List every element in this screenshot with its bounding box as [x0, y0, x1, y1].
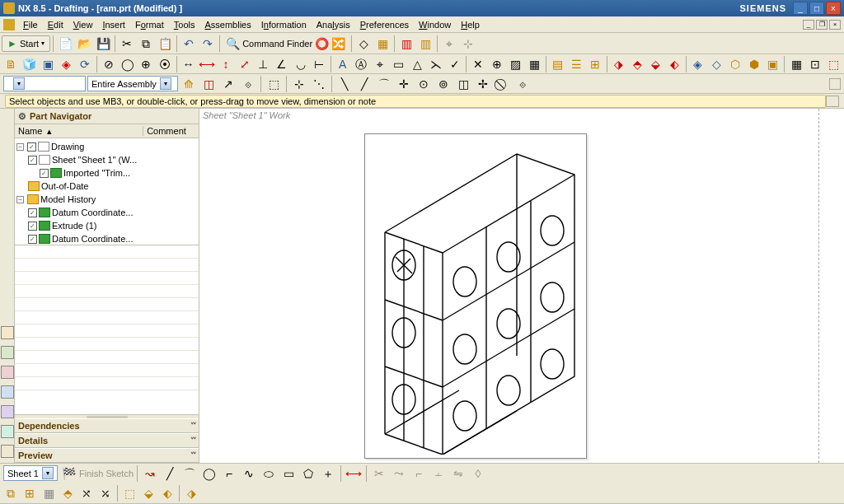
dim-parallel[interactable]: ⤢: [236, 55, 254, 73]
sel-rect[interactable]: ⬚: [265, 75, 283, 93]
tree-datum1[interactable]: ✓Datum Coordinate...: [16, 206, 197, 219]
menu-format[interactable]: Format: [130, 18, 169, 31]
tb-end-2[interactable]: ⊡: [806, 55, 824, 73]
sk-ellipse[interactable]: ⬭: [260, 464, 278, 483]
rb-ie-icon[interactable]: [1, 385, 14, 399]
open-button[interactable]: 📂: [75, 35, 93, 53]
new-sheet-button[interactable]: 🗎: [2, 55, 20, 73]
dim-vertical[interactable]: ↕: [217, 55, 235, 73]
balloon-button[interactable]: Ⓐ: [353, 55, 371, 73]
sk-arc[interactable]: ⌒: [181, 464, 199, 483]
sk-corner[interactable]: ⌐: [410, 464, 428, 483]
tree-sheet[interactable]: ✓Sheet "Sheet 1" (W...: [16, 153, 197, 166]
sel-tool-4[interactable]: ⟐: [239, 75, 257, 93]
sk-trim[interactable]: ✂: [370, 464, 388, 483]
snap-pt[interactable]: ⊚: [434, 75, 452, 93]
asm-6[interactable]: ⤰: [96, 484, 115, 502]
panel-dependencies[interactable]: Dependencies˅˅: [15, 418, 199, 433]
dim-ordinate[interactable]: ⊢: [310, 55, 328, 73]
section-4[interactable]: ⬖: [666, 55, 684, 73]
paste-button[interactable]: 📋: [156, 35, 174, 53]
datum-button[interactable]: ▭: [390, 55, 408, 73]
close-button[interactable]: ×: [826, 2, 841, 15]
section-3[interactable]: ⬙: [647, 55, 665, 73]
panel-preview[interactable]: Preview˅˅: [15, 448, 199, 463]
sk-line[interactable]: ╱: [161, 464, 179, 483]
tree-datum2[interactable]: ✓Datum Coordinate...: [16, 232, 197, 245]
cut-button[interactable]: ✂: [118, 35, 136, 53]
detail-4[interactable]: ⬢: [745, 55, 763, 73]
tree-extrude1[interactable]: ✓Extrude (1): [16, 219, 197, 232]
menu-window[interactable]: Window: [414, 18, 456, 31]
tree-drawing[interactable]: −✓Drawing: [16, 140, 197, 153]
tb-end-3[interactable]: ⬚: [825, 55, 843, 73]
dim-button-3[interactable]: ⊕: [137, 55, 155, 73]
table-button[interactable]: ▤: [549, 55, 567, 73]
sheet-selector[interactable]: Sheet 1 ▾: [3, 465, 58, 481]
copy-button[interactable]: ⧉: [137, 35, 155, 53]
sk-dim[interactable]: ⟷: [345, 464, 363, 483]
sk-extend[interactable]: ⤳: [390, 464, 408, 483]
asm-4[interactable]: ⬘: [59, 484, 77, 502]
tool-layer2[interactable]: ▥: [416, 35, 434, 53]
cm-button[interactable]: ⊕: [488, 55, 506, 73]
sf-button[interactable]: ✓: [446, 55, 464, 73]
menu-help[interactable]: Help: [456, 18, 485, 31]
tool-wcs[interactable]: ⌖: [440, 35, 458, 53]
tool-tb1a[interactable]: ◇: [354, 35, 373, 53]
mdi-minimize-button[interactable]: _: [803, 20, 814, 30]
ab-button[interactable]: ⊞: [586, 55, 604, 73]
detail-3[interactable]: ⬡: [726, 55, 744, 73]
rb-hd3d-icon[interactable]: [1, 425, 14, 438]
tree-imported[interactable]: ✓Imported "Trim...: [16, 166, 197, 180]
redo-button[interactable]: ↷: [199, 35, 217, 53]
asm-2[interactable]: ⊞: [21, 484, 39, 502]
finish-sketch-button[interactable]: 🏁: [59, 464, 77, 483]
menu-view[interactable]: View: [68, 18, 98, 31]
dim-button-2[interactable]: ◯: [119, 55, 137, 73]
sk-fillet[interactable]: ⌐: [220, 464, 238, 483]
assembly-filter-dropdown[interactable]: Entire Assembly ▾: [87, 76, 178, 91]
snap-ctr[interactable]: ⌒: [375, 75, 393, 93]
menu-analysis[interactable]: Analysis: [312, 18, 355, 31]
section-1[interactable]: ⬗: [610, 55, 628, 73]
new-button[interactable]: 📄: [56, 35, 74, 53]
minimize-button[interactable]: _: [793, 2, 808, 15]
asm-3[interactable]: ▦: [40, 484, 58, 502]
tool-tb1b[interactable]: ▦: [373, 35, 392, 53]
panel-details[interactable]: Details˅˅: [15, 433, 199, 448]
dim-perp[interactable]: ⊥: [254, 55, 272, 73]
asm-8[interactable]: ⬙: [139, 484, 157, 502]
sk-offset[interactable]: ⫠: [429, 464, 448, 483]
sel-tool-2[interactable]: ◫: [199, 75, 218, 93]
plist-button[interactable]: ☰: [567, 55, 585, 73]
navigator-tree[interactable]: −✓Drawing ✓Sheet "Sheet 1" (W... ✓Import…: [15, 138, 199, 245]
hatch-button[interactable]: ▨: [507, 55, 525, 73]
snap-ext[interactable]: ⟐: [513, 75, 532, 93]
dim-inferred[interactable]: ↔: [180, 55, 198, 73]
col-comment[interactable]: Comment: [143, 126, 199, 136]
sk-rect[interactable]: ▭: [279, 464, 298, 483]
sk-point[interactable]: ＋: [319, 464, 337, 483]
snap-quad[interactable]: ⊙: [415, 75, 433, 93]
fcf-button[interactable]: ⌖: [371, 55, 389, 73]
sk-circle[interactable]: ◯: [200, 464, 218, 483]
snap-tan[interactable]: ◫: [454, 75, 472, 93]
menu-insert[interactable]: Insert: [97, 18, 130, 31]
menu-edit[interactable]: Edit: [43, 18, 68, 31]
menu-tools[interactable]: Tools: [169, 18, 200, 31]
col-name[interactable]: Name ▴: [15, 126, 143, 137]
note-button[interactable]: A: [334, 55, 352, 73]
snap-end[interactable]: ╲: [335, 75, 354, 93]
mdi-restore-button[interactable]: ❐: [816, 20, 828, 30]
proj-view-button[interactable]: ◈: [58, 55, 76, 73]
snap-mid[interactable]: ╱: [355, 75, 373, 93]
base-view-button[interactable]: ▣: [39, 55, 57, 73]
maximize-button[interactable]: □: [809, 2, 824, 15]
sk-polygon[interactable]: ⬠: [299, 464, 317, 483]
dim-radius[interactable]: ◡: [292, 55, 310, 73]
id-sym-button[interactable]: △: [408, 55, 426, 73]
type-filter-dropdown[interactable]: ▾: [3, 76, 86, 91]
snap-int[interactable]: ✛: [395, 75, 413, 93]
rb-history-icon[interactable]: [1, 405, 14, 418]
